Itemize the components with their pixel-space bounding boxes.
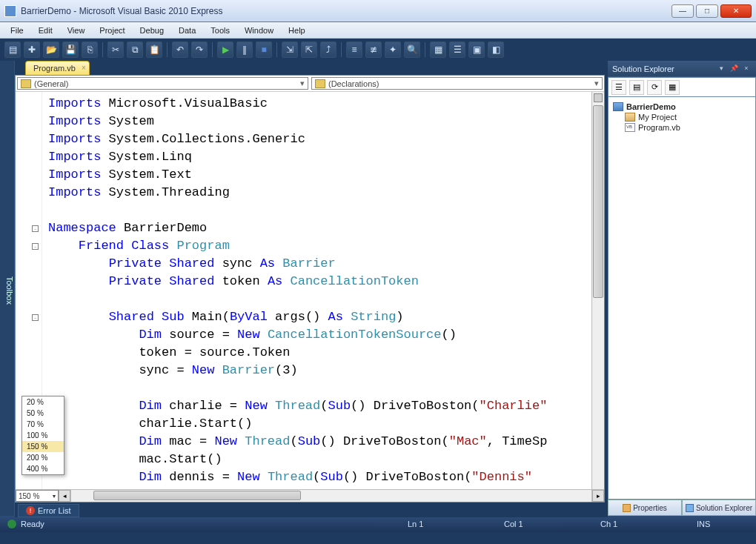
error-list-tab[interactable]: ! Error List (18, 504, 79, 517)
tree-item-label: My Project (638, 113, 677, 122)
toolbar-separator (425, 42, 425, 57)
solution-icon (686, 504, 694, 512)
document-tab-close-icon[interactable]: × (82, 64, 86, 72)
zoom-option[interactable]: 200 % (22, 452, 64, 463)
menu-project[interactable]: Project (93, 24, 130, 36)
status-ready-icon (7, 520, 16, 528)
zoom-popup: 20 %50 %70 %100 %150 %200 %400 % (21, 396, 64, 475)
status-line: Ln 1 (408, 520, 460, 528)
solution-explorer-header: Solution Explorer ▾ 📌 × (608, 61, 756, 77)
solution-explorer-toolbar: ☰ ▤ ⟳ ▦ (608, 77, 756, 96)
bookmark-button[interactable]: ✦ (385, 42, 401, 58)
toolbox-button[interactable]: ▣ (468, 42, 485, 58)
uncomment-button[interactable]: ≢ (365, 42, 382, 58)
add-item-button[interactable]: ✚ (24, 42, 40, 58)
scope-dropdown[interactable]: (General) (17, 77, 308, 90)
vb-file-icon (625, 123, 635, 132)
redo-button[interactable]: ↷ (191, 42, 208, 58)
error-icon: ! (26, 506, 35, 515)
properties-icon (623, 504, 631, 512)
step-over-button[interactable]: ⇱ (301, 42, 317, 58)
new-project-button[interactable]: ▤ (4, 42, 21, 58)
status-ready-label: Ready (21, 520, 44, 528)
step-out-button[interactable]: ⤴ (320, 42, 336, 58)
horizontal-scroll-thumb[interactable] (93, 491, 301, 500)
menu-edit[interactable]: Edit (33, 24, 59, 36)
app-icon (4, 5, 16, 17)
properties-button[interactable]: ☰ (611, 80, 626, 95)
start-debug-button[interactable]: ▶ (217, 42, 233, 58)
properties-icon (625, 113, 635, 122)
close-button[interactable]: ✕ (720, 4, 752, 18)
properties-tab[interactable]: Properties (608, 500, 682, 516)
view-code-button[interactable]: ▦ (665, 80, 680, 95)
save-all-button[interactable]: ⎘ (82, 42, 98, 58)
copy-button[interactable]: ⧉ (127, 42, 143, 58)
member-dropdown[interactable]: (Declarations) (311, 77, 603, 90)
outline-collapse-icon[interactable]: - (32, 243, 39, 250)
open-button[interactable]: 📂 (43, 42, 59, 58)
panel-pin-icon[interactable]: 📌 (729, 64, 739, 73)
tree-item[interactable]: My Project (611, 112, 752, 122)
zoom-option[interactable]: 50 % (22, 408, 64, 419)
panel-dropdown-icon[interactable]: ▾ (716, 64, 726, 73)
scope-dropdown-label: (General) (34, 79, 68, 88)
zoom-option[interactable]: 70 % (22, 419, 64, 430)
menu-file[interactable]: File (4, 24, 30, 36)
scroll-left-button[interactable]: ◂ (59, 490, 70, 502)
properties-window-button[interactable]: ☰ (449, 42, 465, 58)
module-icon (21, 79, 31, 88)
menu-tools[interactable]: Tools (205, 24, 236, 36)
object-browser-button[interactable]: ◧ (488, 42, 504, 58)
tree-project-node[interactable]: BarrierDemo (611, 102, 752, 112)
outline-collapse-icon[interactable]: - (32, 314, 39, 321)
paste-button[interactable]: 📋 (146, 42, 162, 58)
document-tab-program[interactable]: Program.vb × (25, 61, 90, 75)
toolbar: ▤ ✚ 📂 💾 ⎘ ✂ ⧉ 📋 ↶ ↷ ▶ ‖ ■ ⇲ ⇱ ⤴ ≡ ≢ ✦ 🔍 … (0, 39, 756, 61)
window-titlebar: BarrierDemo - Microsoft Visual Basic 201… (0, 0, 756, 22)
find-button[interactable]: 🔍 (404, 42, 420, 58)
horizontal-scrollbar[interactable] (70, 490, 592, 502)
step-into-button[interactable]: ⇲ (282, 42, 298, 58)
menu-data[interactable]: Data (173, 24, 202, 36)
comment-button[interactable]: ≡ (346, 42, 362, 58)
outline-collapse-icon[interactable]: - (32, 225, 39, 232)
refresh-button[interactable]: ⟳ (647, 80, 662, 95)
undo-button[interactable]: ↶ (172, 42, 188, 58)
menu-debug[interactable]: Debug (134, 24, 170, 36)
menu-view[interactable]: View (62, 24, 91, 36)
maximize-button[interactable]: □ (696, 4, 718, 18)
scroll-right-button[interactable]: ▸ (592, 490, 604, 502)
panel-close-icon[interactable]: × (741, 64, 752, 73)
menu-window[interactable]: Window (239, 24, 279, 36)
tree-project-label: BarrierDemo (626, 102, 676, 111)
menu-bar: FileEditViewProjectDebugDataToolsWindowH… (0, 22, 756, 39)
zoom-option[interactable]: 100 % (22, 430, 64, 441)
zoom-option[interactable]: 150 % (22, 441, 64, 452)
toolbar-separator (167, 42, 168, 57)
member-dropdown-label: (Declarations) (328, 79, 379, 88)
menu-help[interactable]: Help (282, 24, 311, 36)
zoom-option[interactable]: 400 % (22, 463, 64, 474)
error-list-label: Error List (38, 506, 71, 515)
save-button[interactable]: 💾 (62, 42, 79, 58)
toolbox-tab[interactable]: Toolbox (0, 61, 15, 516)
zoom-option[interactable]: 20 % (22, 397, 64, 408)
minimize-button[interactable]: — (672, 4, 694, 18)
cut-button[interactable]: ✂ (107, 42, 124, 58)
break-button[interactable]: ‖ (236, 42, 253, 58)
solution-tree[interactable]: BarrierDemoMy ProjectProgram.vb (608, 96, 756, 500)
tree-item[interactable]: Program.vb (611, 122, 752, 133)
show-all-files-button[interactable]: ▤ (629, 80, 644, 95)
tree-item-label: Program.vb (638, 123, 680, 132)
solution-explorer-button[interactable]: ▦ (430, 42, 446, 58)
split-handle-icon[interactable] (594, 93, 603, 102)
vertical-scrollbar[interactable] (591, 92, 604, 489)
code-editor[interactable]: Imports Microsoft.VisualBasic Imports Sy… (42, 92, 604, 489)
status-bar: Ready Ln 1 Col 1 Ch 1 INS (0, 516, 756, 532)
vertical-scroll-thumb[interactable] (593, 105, 603, 298)
zoom-dropdown[interactable]: 150 % (16, 490, 59, 502)
stop-button[interactable]: ■ (256, 42, 272, 58)
module-icon (315, 79, 325, 88)
solution-explorer-tab[interactable]: Solution Explorer (682, 500, 756, 516)
